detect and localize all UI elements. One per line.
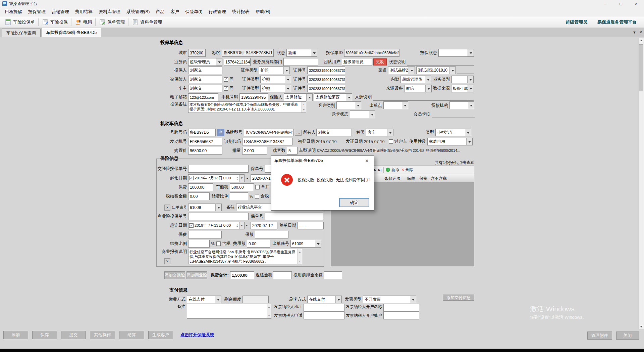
date-enabled-checkbox[interactable] (189, 176, 194, 180)
pay-method-select[interactable]: 在线支付 (187, 296, 221, 303)
ok-button[interactable]: 确定 (339, 198, 369, 207)
col-header-amount[interactable]: 保额 (407, 176, 415, 181)
menu-item-marketing[interactable]: 营销管理 (49, 7, 72, 16)
owner-id-no-input[interactable]: 320283199010083733 (307, 85, 345, 92)
nav-last-icon[interactable]: ▶| (378, 168, 381, 172)
invoice-name-input[interactable] (383, 304, 419, 312)
quote-add-button[interactable]: + 新添 (386, 167, 399, 173)
pay-remark-textarea[interactable]: ▲▼ (187, 304, 271, 319)
salesman-phone-input[interactable]: 15764212164 (224, 58, 251, 66)
settle-ratio-input[interactable] (230, 192, 248, 200)
balance-input[interactable] (243, 296, 269, 303)
scroll-up-icon[interactable]: ▲ (299, 250, 301, 254)
scrollbar-thumb[interactable] (639, 44, 643, 91)
status-select[interactable]: 新建 (286, 49, 317, 57)
manage-attachments-button[interactable]: 管理附件 (587, 332, 612, 340)
engine-no-input[interactable]: F98B656682 (188, 138, 222, 145)
policy-id-input[interactable]: 8026461a0a3c467dbdca03289e84f21f (344, 49, 399, 57)
menu-item-admin[interactable]: 行政管理 (206, 7, 229, 16)
other-actions-button[interactable]: 其他操作 (90, 331, 115, 339)
settle-button[interactable]: 结算 (119, 331, 144, 339)
add-compulsory-button[interactable]: 添加交强险 (164, 271, 185, 279)
date-spinner[interactable]: ▲▼ (236, 224, 238, 228)
biz-fee-input[interactable]: 0.00 (247, 240, 270, 248)
source-desc-input[interactable] (373, 94, 474, 101)
minimize-icon[interactable]: – (598, 0, 613, 7)
deposit-input[interactable] (324, 271, 342, 279)
biz-class-select[interactable] (451, 76, 474, 83)
col-header-clause[interactable]: 条款选项 (384, 176, 400, 181)
maximize-icon[interactable]: ▢ (613, 0, 629, 7)
biz-settle-ratio-input[interactable] (188, 240, 210, 248)
purchase-price-input[interactable]: 96800.00 (188, 147, 222, 155)
menu-item-data-lib[interactable]: 资料库管理 (96, 7, 123, 16)
spin-down-icon[interactable]: ▼ (236, 226, 238, 228)
dept-input[interactable] (283, 58, 318, 66)
biz-premium-input[interactable] (188, 231, 222, 238)
email-input[interactable]: 123@123.com (188, 93, 218, 101)
toolbar-btn-doc-mgmt[interactable]: 资料单管理 (129, 17, 165, 27)
single-issue-checkbox[interactable] (255, 185, 260, 189)
internal-staff-select[interactable]: 超级管理员 (400, 76, 431, 83)
cmp-apply-no-input[interactable] (188, 165, 249, 173)
biz-account-select[interactable]: 61009 (290, 240, 321, 248)
menu-item-help[interactable]: 帮助(H) (253, 7, 273, 16)
mobile-input[interactable]: 13953290495 (239, 93, 268, 101)
usage-select[interactable]: 家庭自用 (427, 138, 473, 145)
tax-incl-checkbox[interactable] (255, 194, 259, 199)
biz-apply-no-input[interactable] (188, 213, 249, 220)
outlet-select[interactable] (383, 101, 408, 109)
scroll-down-icon[interactable]: ▼ (303, 107, 305, 112)
nav-next-icon[interactable]: ▶ (374, 168, 376, 172)
brand-more-button[interactable]: … (295, 130, 302, 136)
refund-input[interactable] (273, 271, 292, 279)
invoice-addr-input[interactable] (304, 304, 344, 312)
source-device-select[interactable]: 微信 (404, 85, 432, 92)
tab-policy-edit[interactable]: 车险投保单编辑-鲁BB97D5 (42, 28, 102, 37)
team-user-input[interactable]: 超级管理员 (342, 58, 372, 66)
scroll-down-arrow[interactable] (639, 324, 644, 329)
toolbar-btn-telemarketing[interactable]: 电销 (72, 17, 95, 27)
spin-down-icon[interactable]: ▼ (236, 178, 238, 180)
date-spinner[interactable]: ▲▼ (236, 176, 238, 180)
vehicle-type-select[interactable]: 小型汽车 (435, 129, 471, 136)
vin-input[interactable]: LS4ASE2A8FJ134387 (242, 138, 292, 145)
dialog-titlebar[interactable]: 车险投保单编辑-鲁BB97D5 ✕ (271, 156, 374, 165)
date-dropdown-icon[interactable]: ▼ (239, 175, 244, 182)
applicant-id-no-input[interactable]: 320283199010083733 (307, 67, 345, 74)
biz-start-date-picker[interactable]: 2019年 7月13日 0:00 ▲▼ ▼ (188, 222, 245, 229)
create-customer-button[interactable]: 生成客户 (148, 331, 173, 339)
save-button[interactable]: 保存 (32, 331, 57, 339)
applicant-input[interactable]: 刘家义 (188, 67, 222, 74)
city-input[interactable]: 370200 (188, 49, 206, 57)
apply-remark-textarea[interactable]: 本次报价有0个保险品牌报价成功,1个保险品牌报价失败。申请重新报价原因: ,时间… (188, 101, 306, 113)
vehicle-owner-input[interactable]: 刘家义 (316, 129, 352, 136)
vehicle-tax-input[interactable]: 500.00 (230, 183, 254, 191)
cmp-start-date-picker[interactable]: 2019年 7月13日 0:00 ▲▼ ▼ (188, 174, 245, 182)
submit-button[interactable]: 提交 (61, 331, 86, 339)
toolbar-btn-policy-mgmt[interactable]: 保单管理 (96, 17, 127, 27)
subject-input[interactable]: 鲁BB97D5|LS4ASE2A8FJ1 (222, 49, 274, 57)
insurer-select[interactable]: 太保财险 (284, 93, 313, 101)
biz-quote-desc-textarea[interactable]: 行业信息平台返回信息: \r\n 车牌号“鲁BB97D5”的保单发生重复投保,与… (188, 249, 302, 264)
insurer-branch-select[interactable]: 太保财险莱西 (314, 93, 352, 101)
salesman-select[interactable]: 超级管理员 (188, 58, 222, 66)
transfer-checkbox[interactable] (389, 139, 393, 144)
close-button[interactable]: 关闭 (616, 332, 639, 340)
invoice-account-input[interactable] (383, 312, 419, 319)
biz-amount-input[interactable] (255, 231, 288, 238)
date-dropdown-icon[interactable]: ▼ (239, 222, 244, 229)
insured-id-type-select[interactable]: 护照 (260, 76, 291, 83)
cmp-remove-button[interactable]: × (164, 205, 170, 211)
scroll-down-icon[interactable]: ▼ (299, 259, 301, 264)
apply-status-select[interactable] (438, 49, 474, 57)
menu-item-policy[interactable]: 保险单(I) (182, 7, 205, 16)
menu-item-apply-mgmt[interactable]: 投保管理 (25, 7, 49, 16)
add-commercial-button[interactable]: 添加商业险 (186, 271, 207, 279)
tab-policy-query[interactable]: 车险投保单查询 (2, 29, 41, 37)
card-method-select[interactable]: 在线支付 (307, 296, 342, 303)
tab-close-icon[interactable]: ✕ (639, 30, 642, 35)
brand-input[interactable]: 长安SC6469AA4多用途乘用车 (244, 129, 293, 136)
status-desc-input[interactable] (407, 58, 474, 65)
tax-settle-input[interactable]: 0.00 (188, 192, 210, 200)
